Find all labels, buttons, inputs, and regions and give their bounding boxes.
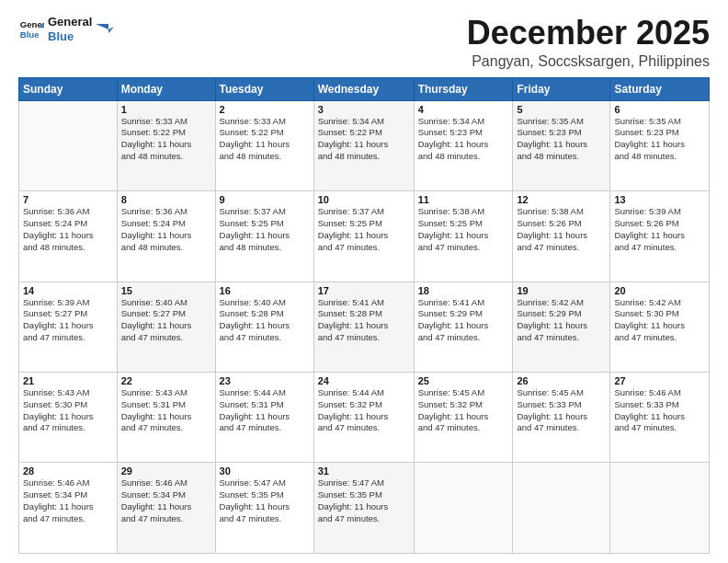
day-info: Sunrise: 5:47 AM Sunset: 5:35 PM Dayligh… — [318, 477, 410, 524]
day-number: 7 — [23, 194, 113, 205]
logo-blue: Blue — [48, 29, 92, 44]
day-number: 26 — [517, 375, 606, 386]
day-cell — [414, 463, 513, 554]
day-info: Sunrise: 5:35 AM Sunset: 5:23 PM Dayligh… — [614, 116, 705, 163]
day-info: Sunrise: 5:37 AM Sunset: 5:25 PM Dayligh… — [220, 206, 310, 253]
day-cell: 24Sunrise: 5:44 AM Sunset: 5:32 PM Dayli… — [313, 373, 414, 463]
day-number: 29 — [121, 465, 211, 477]
weekday-header-wednesday: Wednesday — [313, 77, 414, 100]
week-row-5: 28Sunrise: 5:46 AM Sunset: 5:34 PM Dayli… — [19, 463, 710, 554]
day-number: 30 — [220, 465, 310, 477]
day-number: 21 — [23, 375, 113, 386]
day-number: 11 — [418, 194, 509, 205]
day-cell: 23Sunrise: 5:44 AM Sunset: 5:31 PM Dayli… — [215, 373, 313, 463]
weekday-header-row: SundayMondayTuesdayWednesdayThursdayFrid… — [19, 77, 710, 100]
header: General Blue General Blue December 2025 … — [18, 15, 710, 70]
day-info: Sunrise: 5:36 AM Sunset: 5:24 PM Dayligh… — [23, 206, 113, 253]
weekday-header-thursday: Thursday — [414, 77, 513, 100]
weekday-header-monday: Monday — [117, 77, 215, 100]
week-row-3: 14Sunrise: 5:39 AM Sunset: 5:27 PM Dayli… — [19, 282, 710, 372]
day-cell: 7Sunrise: 5:36 AM Sunset: 5:24 PM Daylig… — [19, 191, 118, 282]
day-number: 10 — [318, 194, 410, 205]
svg-marker-4 — [96, 24, 114, 33]
day-number: 2 — [220, 104, 310, 115]
day-number: 13 — [614, 194, 705, 205]
day-info: Sunrise: 5:44 AM Sunset: 5:31 PM Dayligh… — [220, 387, 310, 434]
day-cell: 3Sunrise: 5:34 AM Sunset: 5:22 PM Daylig… — [313, 100, 414, 190]
logo: General Blue General Blue — [18, 15, 114, 43]
day-info: Sunrise: 5:47 AM Sunset: 5:35 PM Dayligh… — [220, 477, 310, 524]
day-info: Sunrise: 5:41 AM Sunset: 5:29 PM Dayligh… — [418, 297, 509, 344]
day-number: 27 — [614, 375, 705, 386]
day-number: 19 — [517, 285, 606, 296]
day-cell: 21Sunrise: 5:43 AM Sunset: 5:30 PM Dayli… — [19, 373, 118, 463]
day-number: 15 — [121, 285, 211, 296]
day-info: Sunrise: 5:41 AM Sunset: 5:28 PM Dayligh… — [318, 297, 410, 344]
logo-general: General — [48, 15, 92, 29]
day-cell — [513, 463, 610, 554]
day-cell: 27Sunrise: 5:46 AM Sunset: 5:33 PM Dayli… — [610, 373, 710, 463]
day-info: Sunrise: 5:34 AM Sunset: 5:22 PM Dayligh… — [318, 116, 410, 163]
day-number: 1 — [121, 104, 211, 115]
day-number: 24 — [318, 375, 410, 386]
weekday-header-friday: Friday — [513, 77, 610, 100]
weekday-header-saturday: Saturday — [610, 77, 710, 100]
day-cell: 19Sunrise: 5:42 AM Sunset: 5:29 PM Dayli… — [513, 282, 610, 372]
calendar-table: SundayMondayTuesdayWednesdayThursdayFrid… — [18, 77, 710, 554]
title-block: December 2025 Pangyan, Soccsksargen, Phi… — [467, 15, 710, 70]
day-info: Sunrise: 5:39 AM Sunset: 5:27 PM Dayligh… — [23, 297, 113, 344]
day-cell: 5Sunrise: 5:35 AM Sunset: 5:23 PM Daylig… — [513, 100, 610, 190]
day-cell: 2Sunrise: 5:33 AM Sunset: 5:22 PM Daylig… — [215, 100, 313, 190]
main-title: December 2025 — [467, 15, 710, 52]
day-number: 20 — [614, 285, 705, 296]
weekday-header-sunday: Sunday — [19, 77, 118, 100]
logo-arrow-icon — [96, 20, 114, 39]
day-cell: 16Sunrise: 5:40 AM Sunset: 5:28 PM Dayli… — [215, 282, 313, 372]
svg-text:Blue: Blue — [20, 29, 40, 39]
day-cell: 14Sunrise: 5:39 AM Sunset: 5:27 PM Dayli… — [19, 282, 118, 372]
svg-text:General: General — [20, 19, 44, 29]
day-number: 22 — [121, 375, 211, 386]
week-row-2: 7Sunrise: 5:36 AM Sunset: 5:24 PM Daylig… — [19, 191, 710, 282]
day-cell — [19, 100, 118, 190]
day-info: Sunrise: 5:40 AM Sunset: 5:27 PM Dayligh… — [121, 297, 211, 344]
day-number: 8 — [121, 194, 211, 205]
subtitle: Pangyan, Soccsksargen, Philippines — [467, 53, 710, 70]
day-info: Sunrise: 5:37 AM Sunset: 5:25 PM Dayligh… — [318, 206, 410, 253]
day-cell: 20Sunrise: 5:42 AM Sunset: 5:30 PM Dayli… — [610, 282, 710, 372]
day-number: 14 — [23, 285, 113, 296]
day-number: 4 — [418, 104, 509, 115]
day-info: Sunrise: 5:42 AM Sunset: 5:29 PM Dayligh… — [517, 297, 606, 344]
day-cell: 26Sunrise: 5:45 AM Sunset: 5:33 PM Dayli… — [513, 373, 610, 463]
day-number: 12 — [517, 194, 606, 205]
day-number: 6 — [614, 104, 705, 115]
day-info: Sunrise: 5:36 AM Sunset: 5:24 PM Dayligh… — [121, 206, 211, 253]
day-info: Sunrise: 5:34 AM Sunset: 5:23 PM Dayligh… — [418, 116, 509, 163]
day-number: 18 — [418, 285, 509, 296]
day-number: 3 — [318, 104, 410, 115]
day-cell: 8Sunrise: 5:36 AM Sunset: 5:24 PM Daylig… — [117, 191, 215, 282]
day-cell — [610, 463, 710, 554]
day-cell: 17Sunrise: 5:41 AM Sunset: 5:28 PM Dayli… — [313, 282, 414, 372]
day-cell: 31Sunrise: 5:47 AM Sunset: 5:35 PM Dayli… — [313, 463, 414, 554]
day-info: Sunrise: 5:35 AM Sunset: 5:23 PM Dayligh… — [517, 116, 606, 163]
day-info: Sunrise: 5:46 AM Sunset: 5:33 PM Dayligh… — [614, 387, 705, 434]
day-info: Sunrise: 5:45 AM Sunset: 5:32 PM Dayligh… — [418, 387, 509, 434]
day-number: 5 — [517, 104, 606, 115]
day-cell: 13Sunrise: 5:39 AM Sunset: 5:26 PM Dayli… — [610, 191, 710, 282]
day-info: Sunrise: 5:39 AM Sunset: 5:26 PM Dayligh… — [614, 206, 705, 253]
day-info: Sunrise: 5:33 AM Sunset: 5:22 PM Dayligh… — [121, 116, 211, 163]
day-cell: 1Sunrise: 5:33 AM Sunset: 5:22 PM Daylig… — [117, 100, 215, 190]
day-cell: 11Sunrise: 5:38 AM Sunset: 5:25 PM Dayli… — [414, 191, 513, 282]
day-info: Sunrise: 5:46 AM Sunset: 5:34 PM Dayligh… — [121, 477, 211, 524]
week-row-4: 21Sunrise: 5:43 AM Sunset: 5:30 PM Dayli… — [19, 373, 710, 463]
day-info: Sunrise: 5:43 AM Sunset: 5:31 PM Dayligh… — [121, 387, 211, 434]
day-number: 23 — [220, 375, 310, 386]
day-info: Sunrise: 5:46 AM Sunset: 5:34 PM Dayligh… — [23, 477, 113, 524]
day-cell: 18Sunrise: 5:41 AM Sunset: 5:29 PM Dayli… — [414, 282, 513, 372]
day-number: 9 — [220, 194, 310, 205]
page: General Blue General Blue December 2025 … — [0, 0, 728, 563]
weekday-header-tuesday: Tuesday — [215, 77, 313, 100]
day-cell: 29Sunrise: 5:46 AM Sunset: 5:34 PM Dayli… — [117, 463, 215, 554]
day-cell: 28Sunrise: 5:46 AM Sunset: 5:34 PM Dayli… — [19, 463, 118, 554]
